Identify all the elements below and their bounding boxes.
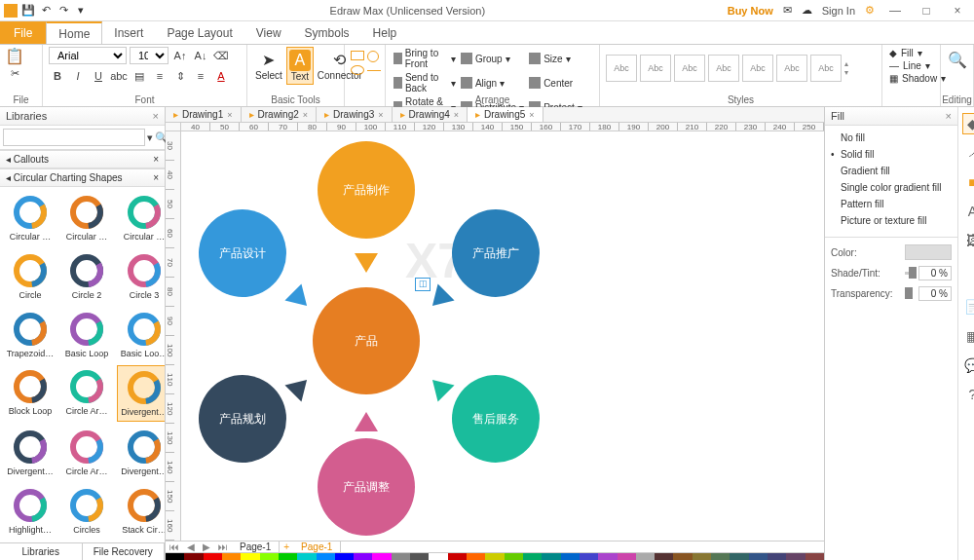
- color-swatch[interactable]: [279, 553, 297, 560]
- minimize-button[interactable]: —: [884, 4, 906, 18]
- color-swatch[interactable]: [222, 553, 241, 560]
- comment-icon[interactable]: 💬: [962, 355, 975, 376]
- category-circular[interactable]: ◂ Circular Charting Shapes×: [0, 168, 165, 187]
- tab-file-recovery[interactable]: File Recovery: [83, 543, 166, 560]
- doc-tab[interactable]: ▸ Drawing2 ×: [242, 107, 318, 122]
- shape-item[interactable]: Circular …: [117, 191, 165, 245]
- text-tool[interactable]: AText: [286, 47, 314, 85]
- style-preset[interactable]: Abc: [810, 55, 842, 82]
- shape-rect-icon[interactable]: [351, 51, 364, 60]
- cut-icon[interactable]: ✂: [6, 64, 23, 82]
- fill-opt-pattern[interactable]: Pattern fill: [825, 196, 957, 212]
- shape-item[interactable]: Circle 2: [60, 249, 113, 304]
- shape-oval-icon[interactable]: [351, 65, 364, 75]
- color-swatch[interactable]: [392, 553, 410, 560]
- color-swatch[interactable]: [354, 553, 372, 560]
- close-button[interactable]: ×: [947, 4, 968, 18]
- strike-icon[interactable]: abc: [110, 67, 128, 85]
- group-button[interactable]: Group ▾: [459, 47, 526, 70]
- color-palette[interactable]: [166, 552, 824, 560]
- page-tab-active[interactable]: Page-1: [293, 541, 341, 552]
- style-preset[interactable]: Abc: [708, 55, 739, 82]
- color-swatch[interactable]: [485, 553, 504, 560]
- page-last-icon[interactable]: ⏭: [214, 541, 232, 552]
- node-tl[interactable]: 产品设计: [199, 209, 286, 297]
- color-swatch[interactable]: [429, 553, 447, 560]
- node-bot[interactable]: 产品调整: [318, 438, 415, 536]
- editing-button[interactable]: 🔍: [947, 47, 967, 72]
- fill-opt-none[interactable]: No fill: [825, 130, 957, 146]
- qat-redo-icon[interactable]: ↷: [56, 4, 70, 18]
- page-first-icon[interactable]: ⏮: [166, 541, 183, 552]
- bullets-icon[interactable]: ≡: [151, 67, 169, 85]
- library-search-input[interactable]: [3, 129, 145, 146]
- node-br[interactable]: 售后服务: [452, 375, 540, 463]
- align-button[interactable]: Align ▾: [459, 71, 526, 94]
- shade-slider[interactable]: [905, 272, 913, 275]
- close-icon[interactable]: ×: [946, 110, 952, 122]
- color-swatch[interactable]: [372, 553, 391, 560]
- cloud-icon[interactable]: ☁: [802, 4, 812, 17]
- search-dropdown-icon[interactable]: ▾: [147, 129, 153, 146]
- style-gallery[interactable]: Abc Abc Abc Abc Abc Abc Abc ▴▾: [606, 55, 876, 82]
- increase-font-icon[interactable]: A↑: [171, 47, 189, 64]
- shape-circle-icon[interactable]: [367, 51, 379, 62]
- image-tab-icon[interactable]: 🖼: [962, 230, 975, 251]
- share-icon[interactable]: ✉: [783, 4, 792, 17]
- qat-dropdown-icon[interactable]: ▾: [74, 4, 88, 18]
- category-callouts[interactable]: ◂ Callouts×: [0, 150, 165, 168]
- shadow-dropdown[interactable]: ▦ Shadow ▾: [888, 72, 934, 85]
- doc-tab[interactable]: ▸ Drawing4 ×: [393, 107, 468, 122]
- color-swatch[interactable]: [673, 553, 692, 560]
- close-icon[interactable]: ×: [378, 110, 383, 120]
- tab-insert[interactable]: Insert: [102, 21, 155, 44]
- fill-opt-picture[interactable]: Picture or texture fill: [825, 212, 957, 229]
- color-swatch[interactable]: [317, 553, 335, 560]
- color-swatch[interactable]: [749, 553, 768, 560]
- line-dropdown[interactable]: — Line ▾: [888, 59, 934, 72]
- node-center[interactable]: 产品: [313, 287, 420, 394]
- shape-item[interactable]: Basic Loo…: [117, 308, 165, 362]
- style-preset[interactable]: Abc: [776, 55, 807, 82]
- shape-item[interactable]: Circles: [60, 484, 113, 539]
- shape-item[interactable]: Block Loop: [4, 365, 56, 422]
- color-swatch[interactable]: [711, 553, 730, 560]
- align-text-icon[interactable]: ≡: [192, 67, 209, 85]
- tab-view[interactable]: View: [244, 21, 293, 44]
- doc-tab[interactable]: ▸ Drawing3 ×: [317, 107, 393, 122]
- size-button[interactable]: Size ▾: [527, 47, 593, 70]
- style-preset[interactable]: Abc: [674, 55, 705, 82]
- color-swatch[interactable]: [241, 553, 259, 560]
- fill-dropdown[interactable]: ◆ Fill ▾: [888, 47, 934, 59]
- font-name-select[interactable]: Arial: [49, 47, 127, 64]
- signin-link[interactable]: Sign In: [822, 5, 855, 17]
- select-tool[interactable]: ➤Select: [253, 47, 284, 85]
- text-tab-icon[interactable]: A: [962, 201, 975, 222]
- fill-opt-solid[interactable]: Solid fill: [825, 146, 957, 163]
- close-icon[interactable]: ×: [454, 110, 459, 120]
- page-add-icon[interactable]: +: [280, 541, 293, 552]
- font-color-icon[interactable]: A: [212, 67, 230, 85]
- color-swatch[interactable]: [636, 553, 655, 560]
- selection-handle[interactable]: ◫: [415, 278, 431, 291]
- shape-item[interactable]: Stack Cir…: [117, 484, 165, 539]
- shape-line-icon[interactable]: [367, 70, 381, 71]
- color-swatch[interactable]: [448, 553, 467, 560]
- color-swatch[interactable]: [730, 553, 748, 560]
- color-swatch[interactable]: [335, 553, 354, 560]
- style-preset[interactable]: Abc: [742, 55, 773, 82]
- tab-home[interactable]: Home: [46, 21, 102, 44]
- clear-format-icon[interactable]: ⌫: [212, 47, 230, 64]
- bold-icon[interactable]: B: [49, 67, 66, 85]
- style-preset[interactable]: Abc: [606, 55, 637, 82]
- color-swatch[interactable]: [260, 553, 279, 560]
- highlight-icon[interactable]: ▤: [131, 67, 148, 85]
- shape-item[interactable]: Divergent…: [117, 426, 165, 480]
- color-swatch[interactable]: [598, 553, 617, 560]
- qat-undo-icon[interactable]: ↶: [39, 4, 53, 18]
- doc-tab[interactable]: ▸ Drawing5 ×: [468, 107, 543, 122]
- tab-symbols[interactable]: Symbols: [293, 21, 361, 44]
- maximize-button[interactable]: □: [916, 4, 937, 18]
- shape-item[interactable]: Divergent…: [4, 426, 56, 480]
- help-icon[interactable]: ?: [962, 384, 975, 405]
